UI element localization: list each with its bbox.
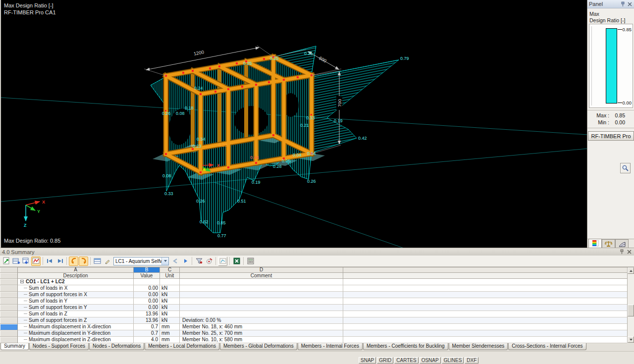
table-row[interactable]: Sum of support forces in Y0.00kN: [0, 305, 627, 311]
table-tab-nodes-deformations[interactable]: Nodes - Deformations: [89, 343, 144, 350]
statusbar-button-dxf[interactable]: DXF: [465, 357, 478, 364]
row-header[interactable]: [0, 330, 18, 337]
cell-value[interactable]: 0.00: [134, 298, 160, 305]
table-view-icon[interactable]: [93, 257, 102, 266]
cell-value[interactable]: 0.00: [134, 285, 160, 292]
table-import-icon[interactable]: [21, 257, 31, 266]
tab-filter[interactable]: [615, 239, 629, 248]
table-row[interactable]: Maximum displacement in Y-direction0.7mm…: [0, 330, 627, 337]
table-row[interactable]: Maximum displacement in Z-direction4.0mm…: [0, 337, 627, 343]
row-header[interactable]: [0, 311, 18, 317]
statusbar-button-glines[interactable]: GLINES: [442, 357, 464, 364]
scroll-down-button[interactable]: [628, 336, 634, 343]
table-tab-cross-sections-internal-forces[interactable]: Cross-Sections - Internal Forces: [508, 343, 586, 350]
calculator-icon[interactable]: [246, 257, 255, 266]
cell-description[interactable]: Sum of loads in Y: [18, 298, 134, 305]
cell-unit[interactable]: mm: [160, 324, 180, 330]
table-row[interactable]: Maximum displacement in X-direction0.7mm…: [0, 324, 627, 330]
result-filter-icon[interactable]: [204, 257, 213, 266]
close-icon[interactable]: [627, 249, 632, 255]
tab-factors[interactable]: [602, 239, 615, 248]
table-tab-member-slendernesses[interactable]: Member Slendernesses: [449, 343, 508, 350]
pin-icon[interactable]: [620, 1, 626, 7]
row-header[interactable]: [0, 305, 18, 311]
cell-description[interactable]: Maximum displacement in X-direction: [18, 324, 134, 330]
table-tab-nodes-support-forces[interactable]: Nodes - Support Forces: [29, 343, 89, 350]
cell-description[interactable]: Sum of support forces in Z: [18, 317, 134, 324]
cell-comment[interactable]: [180, 292, 343, 298]
row-header[interactable]: [0, 324, 18, 330]
row-header[interactable]: [0, 317, 18, 324]
tab-color-scale[interactable]: [588, 239, 602, 248]
cell-description[interactable]: Sum of support forces in X: [18, 292, 134, 298]
next-table-icon[interactable]: [55, 257, 64, 266]
close-icon[interactable]: [627, 1, 633, 7]
panel-zoom-button[interactable]: [620, 163, 631, 173]
module-button[interactable]: RF-TIMBER Pro: [588, 131, 634, 141]
cell-value[interactable]: 4.0: [134, 337, 160, 343]
redo-icon[interactable]: [79, 257, 88, 266]
row-header[interactable]: [0, 285, 18, 292]
cell-unit[interactable]: kN: [160, 292, 180, 298]
row-header[interactable]: [0, 298, 18, 305]
cell-value[interactable]: 0.00: [134, 292, 160, 298]
scroll-up-button[interactable]: [628, 267, 634, 274]
next-case-icon[interactable]: [180, 257, 190, 266]
table-tab-members-internal-forces[interactable]: Members - Internal Forces: [298, 343, 363, 350]
cell-unit[interactable]: kN: [160, 285, 180, 292]
table-tab-members-local-deformations[interactable]: Members - Local Deformations: [145, 343, 219, 350]
cell-description[interactable]: Maximum displacement in Y-direction: [18, 330, 134, 337]
row-header[interactable]: [0, 292, 18, 298]
previous-table-icon[interactable]: [45, 257, 54, 266]
table-group-row[interactable]: CO1 - LC1 + LC2: [0, 279, 627, 285]
cell-comment[interactable]: Member No. 25, x: 700 mm: [180, 330, 343, 337]
col-header-comment[interactable]: Comment: [180, 273, 343, 279]
cell-comment[interactable]: Deviation: 0.00 %: [180, 317, 343, 324]
cell-description[interactable]: Sum of loads in X: [18, 285, 134, 292]
filter-icon[interactable]: [194, 257, 204, 266]
summary-table[interactable]: A B C D Description Value Unit Comment C: [0, 267, 634, 343]
edit-mode-icon[interactable]: [103, 257, 112, 266]
col-letter-c[interactable]: C: [160, 267, 180, 273]
table-insert-icon[interactable]: [11, 257, 21, 266]
undo-icon[interactable]: [69, 257, 78, 266]
cell-value[interactable]: 13.96: [134, 317, 160, 324]
row-header[interactable]: [0, 337, 18, 343]
cell-unit[interactable]: mm: [160, 337, 180, 343]
cell-unit[interactable]: mm: [160, 330, 180, 337]
table-row[interactable]: Sum of loads in X0.00kN: [0, 285, 627, 292]
cell-unit[interactable]: kN: [160, 298, 180, 305]
table-row[interactable]: Sum of support forces in X0.00kN: [0, 292, 627, 298]
cell-value[interactable]: 0.7: [134, 324, 160, 330]
collapse-icon[interactable]: [20, 280, 24, 283]
table-tab-summary[interactable]: Summary: [0, 342, 29, 350]
cell-unit[interactable]: kN: [160, 317, 180, 324]
table-row[interactable]: Sum of loads in Y0.00kN: [0, 298, 627, 305]
model-scene[interactable]: X 1200 600 700 0.240.250.250.210.790.330…: [1, 0, 588, 248]
report-icon[interactable]: [1, 257, 11, 266]
cell-value[interactable]: 0.7: [134, 330, 160, 337]
color-scale[interactable]: 0.85 0.00: [589, 24, 633, 108]
cell-comment[interactable]: [180, 298, 343, 305]
table-tab-members-coefficients-for-buckling[interactable]: Members - Coefficients for Buckling: [363, 343, 448, 350]
statusbar-button-osnap[interactable]: OSNAP: [420, 357, 441, 364]
cell-comment[interactable]: Member No. 10, x: 580 mm: [180, 337, 343, 343]
cell-description[interactable]: Sum of loads in Z: [18, 311, 134, 317]
cell-comment[interactable]: [180, 305, 343, 311]
pin-icon[interactable]: [619, 249, 625, 255]
cell-value[interactable]: 0.00: [134, 305, 160, 311]
excel-export-icon[interactable]: [232, 257, 241, 266]
diagram-panel-icon[interactable]: [218, 257, 227, 266]
statusbar-button-cartes[interactable]: CARTES: [394, 357, 418, 364]
result-diagram-icon[interactable]: [31, 257, 41, 266]
col-header-description[interactable]: Description: [18, 273, 134, 279]
cell-unit[interactable]: kN: [160, 305, 180, 311]
cell-comment[interactable]: [180, 311, 343, 317]
cell-unit[interactable]: kN: [160, 311, 180, 317]
scrollbar-thumb[interactable]: [628, 305, 634, 316]
table-row[interactable]: Sum of support forces in Z13.96kNDeviati…: [0, 317, 627, 324]
table-tab-members-global-deformations[interactable]: Members - Global Deformations: [220, 343, 297, 350]
cell-value[interactable]: 13.96: [134, 311, 160, 317]
combo-arrow[interactable]: [161, 258, 168, 265]
col-letter-d[interactable]: D: [180, 267, 343, 273]
